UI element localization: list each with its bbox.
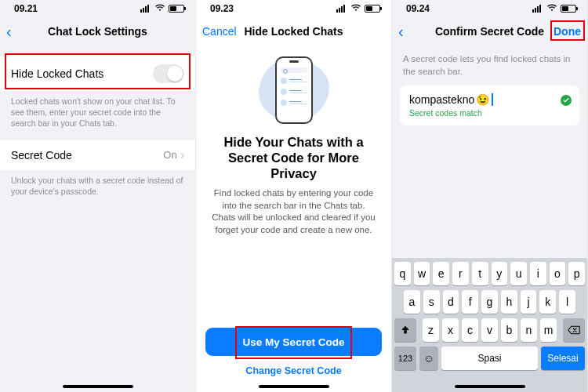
key-v[interactable]: v xyxy=(481,318,498,342)
key-f[interactable]: f xyxy=(462,290,478,314)
code-text: kompastekno xyxy=(409,93,474,106)
chevron-left-icon: ‹ xyxy=(6,24,12,39)
battery-icon xyxy=(365,5,380,13)
secret-code-row[interactable]: Secret Code On › xyxy=(0,140,195,170)
code-help-text: Unlock your chats with a secret code ins… xyxy=(0,170,195,208)
match-indicator: Secret codes match xyxy=(409,108,570,118)
key-l[interactable]: l xyxy=(559,290,575,314)
status-bar: 09.23 xyxy=(196,0,391,17)
body-text: Find locked chats by entering your code … xyxy=(212,187,376,236)
key-u[interactable]: u xyxy=(510,262,527,285)
change-secret-code-link[interactable]: Change Secret Code xyxy=(196,365,391,376)
key-b[interactable]: b xyxy=(501,318,517,342)
keyboard-done-key[interactable]: Selesai xyxy=(541,347,585,370)
status-time: 09.21 xyxy=(14,3,38,14)
key-m[interactable]: m xyxy=(540,318,557,342)
home-indicator[interactable] xyxy=(455,385,525,388)
nav-bar: ‹ Chat Lock Settings xyxy=(0,17,195,45)
secret-code-field[interactable]: kompastekno😉 Secret codes match xyxy=(400,85,579,125)
promo-body: Hide Your Chats with a Secret Code for M… xyxy=(196,45,391,392)
chevron-left-icon: ‹ xyxy=(398,24,404,39)
status-time: 09.23 xyxy=(210,3,234,14)
text-cursor xyxy=(492,93,493,106)
emoji-key[interactable]: ☺ xyxy=(419,347,438,370)
key-k[interactable]: k xyxy=(539,290,556,314)
space-key[interactable]: Spasi xyxy=(441,347,538,370)
headline: Hide Your Chats with a Secret Code for M… xyxy=(212,135,376,181)
key-t[interactable]: t xyxy=(472,262,488,285)
nav-bar: Cancel Hide Locked Chats xyxy=(196,17,391,45)
screen-hide-locked-chats: 09.23 Cancel Hide Locked Chats Hide Your… xyxy=(196,0,392,392)
row-value: On xyxy=(163,149,176,161)
wifi-icon xyxy=(546,3,557,14)
toggle-help-text: Locked chats won't show on your chat lis… xyxy=(0,91,195,140)
key-h[interactable]: h xyxy=(501,290,517,314)
nav-bar: ‹ Confirm Secret Code Done xyxy=(392,17,587,45)
settings-body: Hide Locked Chats Locked chats won't sho… xyxy=(0,45,195,392)
hide-locked-chats-toggle[interactable] xyxy=(153,64,184,83)
status-bar: 09.24 xyxy=(392,0,587,17)
keyboard: qwertyuiop asdfghjkl zxcvbnm 123 ☺ Spasi… xyxy=(392,258,587,392)
key-s[interactable]: s xyxy=(423,290,440,314)
key-a[interactable]: a xyxy=(404,290,420,314)
back-button[interactable]: ‹ xyxy=(398,17,404,45)
key-p[interactable]: p xyxy=(568,262,585,285)
hide-locked-chats-row[interactable]: Hide Locked Chats xyxy=(0,56,195,91)
key-r[interactable]: r xyxy=(452,262,469,285)
key-d[interactable]: d xyxy=(443,290,459,314)
instruction-text: A secret code lets you find locked chats… xyxy=(392,45,587,85)
checkmark-icon xyxy=(561,95,572,106)
key-w[interactable]: w xyxy=(414,262,430,285)
confirm-body: A secret code lets you find locked chats… xyxy=(392,45,587,392)
use-my-secret-code-button[interactable]: Use My Secret Code xyxy=(205,328,382,356)
signal-icon xyxy=(140,5,151,13)
emoji-icon: 😉 xyxy=(476,93,489,106)
screen-confirm-secret-code: 09.24 ‹ Confirm Secret Code Done A secre… xyxy=(392,0,588,392)
key-row-1: qwertyuiop xyxy=(394,262,585,285)
key-x[interactable]: x xyxy=(442,318,459,342)
key-i[interactable]: i xyxy=(530,262,546,285)
battery-icon xyxy=(169,5,184,13)
key-e[interactable]: e xyxy=(433,262,449,285)
row-label: Secret Code xyxy=(11,149,72,162)
home-indicator[interactable] xyxy=(259,385,329,388)
status-bar: 09.21 xyxy=(0,0,195,17)
backspace-key[interactable] xyxy=(563,318,585,342)
page-title: Chat Lock Settings xyxy=(48,25,147,38)
wifi-icon xyxy=(154,3,165,14)
signal-icon xyxy=(336,5,347,13)
shift-key[interactable] xyxy=(394,318,416,342)
cancel-button[interactable]: Cancel xyxy=(202,17,237,45)
chevron-right-icon: › xyxy=(180,148,184,162)
key-o[interactable]: o xyxy=(550,262,566,285)
home-indicator[interactable] xyxy=(63,385,133,388)
key-j[interactable]: j xyxy=(521,290,537,314)
key-row-2: asdfghjkl xyxy=(394,290,585,314)
row-label: Hide Locked Chats xyxy=(11,67,103,80)
phone-illustration-icon xyxy=(275,56,313,124)
key-row-4: 123 ☺ Spasi Selesai xyxy=(394,347,585,370)
signal-icon xyxy=(532,5,543,13)
key-y[interactable]: y xyxy=(492,262,508,285)
status-time: 09.24 xyxy=(406,3,430,14)
key-g[interactable]: g xyxy=(481,290,498,314)
page-title: Hide Locked Chats xyxy=(244,25,343,38)
illustration xyxy=(247,52,341,129)
key-z[interactable]: z xyxy=(423,318,439,342)
key-row-3: zxcvbnm xyxy=(394,318,585,342)
key-n[interactable]: n xyxy=(521,318,537,342)
screen-chat-lock-settings: 09.21 ‹ Chat Lock Settings Hide Locked C… xyxy=(0,0,196,392)
numbers-key[interactable]: 123 xyxy=(394,347,416,370)
done-button[interactable]: Done xyxy=(554,17,581,45)
key-c[interactable]: c xyxy=(462,318,478,342)
back-button[interactable]: ‹ xyxy=(6,17,12,45)
page-title: Confirm Secret Code xyxy=(435,25,544,38)
battery-icon xyxy=(561,5,576,13)
key-q[interactable]: q xyxy=(394,262,411,285)
wifi-icon xyxy=(350,3,361,14)
